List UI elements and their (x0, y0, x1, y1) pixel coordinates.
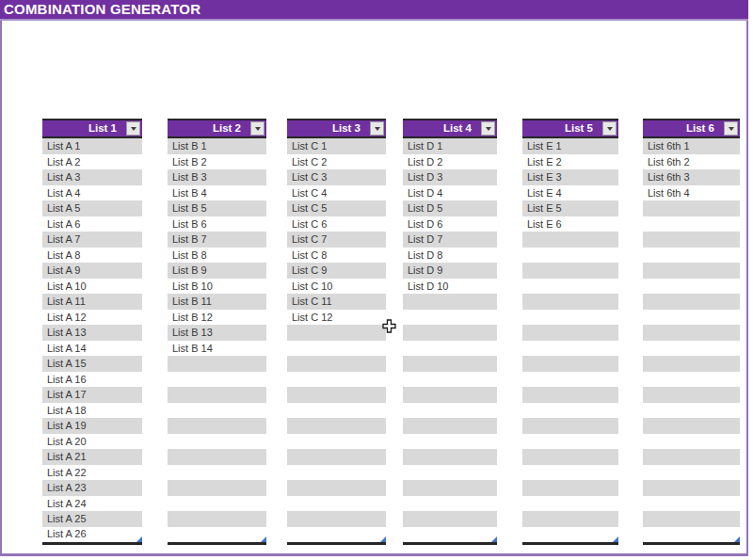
list-cell[interactable]: List A 26 (42, 527, 142, 545)
list-cell[interactable] (287, 496, 386, 512)
list-cell[interactable] (287, 527, 386, 545)
list-cell[interactable]: List C 3 (287, 169, 386, 185)
list-cell[interactable]: List A 14 (42, 341, 142, 357)
list-cell[interactable]: List A 1 (42, 138, 142, 154)
list-cell[interactable]: List D 8 (403, 248, 497, 264)
list-cell[interactable] (403, 294, 497, 310)
list-cell[interactable] (522, 418, 618, 434)
list-cell[interactable] (168, 418, 266, 434)
list-cell[interactable] (643, 511, 740, 527)
list-cell[interactable] (287, 511, 386, 527)
list-cell[interactable] (168, 449, 266, 465)
list-cell[interactable]: List E 5 (522, 200, 618, 216)
list-cell[interactable] (643, 418, 740, 434)
list-cell[interactable] (643, 480, 740, 496)
list-cell[interactable]: List A 5 (42, 200, 142, 216)
list-cell[interactable] (403, 418, 497, 434)
list-cell[interactable]: List E 2 (522, 154, 618, 170)
list-cell[interactable] (643, 387, 740, 403)
table-resize-handle[interactable] (613, 536, 618, 542)
list-cell[interactable]: List B 12 (168, 310, 266, 326)
list-cell[interactable]: List B 14 (168, 341, 266, 357)
list-cell[interactable] (643, 341, 740, 357)
list-cell[interactable] (522, 248, 618, 264)
list-cell[interactable]: List A 20 (42, 434, 142, 450)
list-cell[interactable] (643, 248, 740, 264)
list-cell[interactable]: List A 4 (42, 185, 142, 201)
list-cell[interactable]: List A 19 (42, 418, 142, 434)
list-cell[interactable]: List D 1 (403, 138, 497, 154)
table-resize-handle[interactable] (136, 536, 142, 542)
list-cell[interactable]: List B 6 (168, 216, 266, 232)
list-cell[interactable]: List C 4 (287, 185, 386, 201)
list-cell[interactable]: List C 5 (287, 200, 386, 216)
list-cell[interactable] (168, 527, 266, 545)
list-cell[interactable]: List C 2 (287, 154, 386, 170)
list-cell[interactable] (403, 403, 497, 419)
list-cell[interactable] (287, 387, 386, 403)
list-cell[interactable]: List B 5 (168, 200, 266, 216)
list-cell[interactable]: List B 1 (168, 138, 266, 154)
list-cell[interactable]: List B 4 (168, 185, 266, 201)
table-resize-handle[interactable] (261, 536, 266, 542)
list-cell[interactable] (403, 341, 497, 357)
list-cell[interactable] (643, 527, 740, 545)
list-cell[interactable] (403, 511, 497, 527)
list-cell[interactable] (522, 511, 618, 527)
list-cell[interactable]: List D 10 (403, 279, 497, 295)
list-cell[interactable] (643, 356, 740, 372)
table-resize-handle[interactable] (380, 536, 386, 542)
filter-dropdown-button[interactable] (481, 121, 495, 136)
list-cell[interactable] (522, 449, 618, 465)
list-cell[interactable] (522, 496, 618, 512)
list-cell[interactable] (522, 387, 618, 403)
list-cell[interactable] (168, 372, 266, 388)
list-cell[interactable]: List D 6 (403, 216, 497, 232)
list-cell[interactable] (287, 372, 386, 388)
list-cell[interactable] (403, 496, 497, 512)
list-cell[interactable]: List 6th 1 (643, 138, 740, 154)
list-cell[interactable]: List 6th 2 (643, 154, 740, 170)
list-cell[interactable]: List C 1 (287, 138, 386, 154)
list-cell[interactable]: List D 9 (403, 263, 497, 279)
list-cell[interactable]: List A 22 (42, 465, 142, 481)
list-cell[interactable]: List C 10 (287, 279, 386, 295)
list-cell[interactable] (403, 465, 497, 481)
list-cell[interactable] (287, 341, 386, 357)
list-cell[interactable]: List B 11 (168, 294, 266, 310)
list-cell[interactable]: List A 18 (42, 403, 142, 419)
filter-dropdown-button[interactable] (724, 121, 738, 136)
list-cell[interactable]: List 6th 3 (643, 169, 740, 185)
list-cell[interactable]: List B 2 (168, 154, 266, 170)
list-cell[interactable] (168, 480, 266, 496)
list-cell[interactable]: List A 2 (42, 154, 142, 170)
list-cell[interactable] (403, 310, 497, 326)
list-cell[interactable]: List 6th 4 (643, 185, 740, 201)
list-cell[interactable] (403, 387, 497, 403)
list-cell[interactable] (643, 325, 740, 341)
list-cell[interactable]: List B 13 (168, 325, 266, 341)
list-cell[interactable] (287, 356, 386, 372)
list-cell[interactable]: List B 9 (168, 263, 266, 279)
list-cell[interactable] (643, 403, 740, 419)
list-cell[interactable] (403, 527, 497, 545)
list-cell[interactable]: List E 4 (522, 185, 618, 201)
list-cell[interactable] (522, 341, 618, 357)
list-cell[interactable]: List A 21 (42, 449, 142, 465)
list-cell[interactable]: List C 7 (287, 232, 386, 248)
list-cell[interactable] (643, 294, 740, 310)
list-cell[interactable] (522, 403, 618, 419)
list-cell[interactable] (643, 496, 740, 512)
list-cell[interactable] (403, 356, 497, 372)
list-cell[interactable] (643, 263, 740, 279)
list-cell[interactable] (168, 356, 266, 372)
list-cell[interactable] (643, 216, 740, 232)
list-cell[interactable] (287, 449, 386, 465)
list-cell[interactable] (403, 480, 497, 496)
list-cell[interactable] (522, 434, 618, 450)
list-cell[interactable] (643, 279, 740, 295)
list-cell[interactable]: List A 8 (42, 248, 142, 264)
list-cell[interactable]: List E 1 (522, 138, 618, 154)
list-cell[interactable] (522, 294, 618, 310)
list-cell[interactable]: List C 11 (287, 294, 386, 310)
